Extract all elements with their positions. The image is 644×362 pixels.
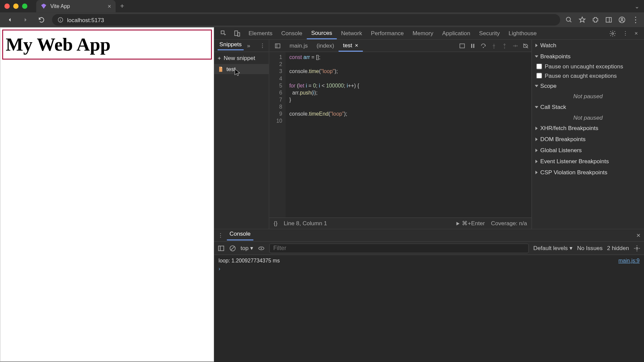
snippet-name: test (226, 66, 236, 72)
dom-breakpoints-section[interactable]: DOM Breakpoints (532, 134, 644, 145)
snippet-item-test[interactable]: test (214, 64, 269, 74)
step-into-icon[interactable] (491, 43, 497, 49)
extensions-icon[interactable] (592, 16, 599, 23)
page-heading: My Web App (2, 29, 212, 59)
new-tab-button[interactable]: + (120, 2, 124, 10)
context-select[interactable]: top ▾ (240, 245, 253, 251)
deactivate-breakpoints-icon[interactable] (523, 43, 529, 49)
window-close-button[interactable] (4, 4, 10, 9)
svg-point-7 (621, 18, 623, 20)
new-snippet-button[interactable]: + New snippet (214, 52, 269, 64)
svg-point-1 (60, 18, 61, 19)
settings-icon[interactable] (607, 30, 619, 37)
devtools-tab-elements[interactable]: Elements (244, 27, 277, 40)
log-levels-select[interactable]: Default levels ▾ (533, 245, 573, 251)
global-listeners-section[interactable]: Global Listeners (532, 145, 644, 156)
devtools-tab-sources[interactable]: Sources (307, 27, 336, 40)
svg-point-17 (483, 47, 484, 48)
step-out-icon[interactable] (501, 43, 507, 49)
navigator-menu-icon[interactable]: ⋮ (260, 42, 265, 49)
console-drawer: ⋮ Console × top ▾ Default levels ▾ No Is… (214, 229, 644, 362)
devtools-tab-memory[interactable]: Memory (408, 27, 438, 40)
console-tab[interactable]: Console (227, 230, 253, 240)
menu-icon[interactable]: ⋮ (632, 15, 640, 25)
pause-icon[interactable] (470, 43, 476, 49)
breakpoints-section[interactable]: Breakpoints (532, 51, 644, 62)
star-icon[interactable] (579, 16, 586, 23)
pretty-print-icon[interactable] (459, 43, 465, 49)
url-input[interactable]: localhost:5173 (52, 14, 560, 25)
svg-point-11 (612, 33, 614, 34)
browser-tab[interactable]: Vite App × (36, 0, 116, 12)
svg-rect-14 (460, 44, 465, 48)
svg-rect-12 (275, 44, 280, 48)
devtools-tab-performance[interactable]: Performance (367, 27, 408, 40)
more-tabs-icon[interactable]: » (247, 42, 250, 49)
inspect-icon[interactable] (218, 30, 230, 37)
close-file-icon[interactable]: × (355, 42, 358, 49)
forward-button[interactable] (20, 14, 31, 25)
page-viewport[interactable]: My Web App (0, 27, 214, 362)
console-menu-icon[interactable]: ⋮ (218, 232, 223, 239)
devtools-tab-security[interactable]: Security (475, 27, 504, 40)
step-icon[interactable] (512, 43, 518, 49)
more-icon[interactable]: ⋮ (620, 30, 631, 37)
console-source-link[interactable]: main.js:9 (619, 258, 640, 264)
watch-section[interactable]: Watch (532, 40, 644, 51)
svg-point-18 (493, 47, 494, 48)
devtools-tab-console[interactable]: Console (277, 27, 307, 40)
toggle-navigator-icon[interactable] (272, 43, 283, 49)
console-output[interactable]: loop: 1.200927734375 ms main.js:9 › (214, 255, 644, 362)
coverage-label[interactable]: Coverage: n/a (491, 220, 527, 227)
toggle-sidebar-icon[interactable] (218, 245, 225, 252)
console-filter-input[interactable] (269, 243, 529, 253)
back-button[interactable] (4, 14, 15, 25)
sidepanel-icon[interactable] (605, 16, 612, 23)
chevron-down-icon[interactable]: ⌄ (635, 3, 639, 10)
clear-console-icon[interactable] (229, 245, 236, 252)
reload-button[interactable] (36, 14, 47, 25)
devtools-panel: ElementsConsoleSourcesNetworkPerformance… (214, 27, 644, 362)
hidden-count[interactable]: 2 hidden (607, 245, 629, 251)
format-icon[interactable]: {} (274, 220, 277, 227)
live-expression-icon[interactable] (258, 245, 265, 252)
editor-tab[interactable]: test× (338, 40, 363, 52)
devtools-tab-lighthouse[interactable]: Lighthouse (504, 27, 541, 40)
svg-rect-2 (60, 19, 61, 21)
devtools-tab-network[interactable]: Network (337, 27, 367, 40)
issues-label[interactable]: No Issues (577, 245, 602, 251)
scope-section[interactable]: Scope (532, 80, 644, 92)
zoom-icon[interactable] (566, 16, 573, 23)
close-drawer-icon[interactable]: × (636, 231, 640, 239)
snippets-tab[interactable]: Snippets (218, 41, 244, 50)
window-minimize-button[interactable] (13, 4, 18, 9)
svg-rect-15 (471, 44, 472, 48)
window-maximize-button[interactable] (22, 4, 28, 9)
pause-uncaught-checkbox[interactable] (536, 64, 542, 69)
call-stack-section[interactable]: Call Stack (532, 102, 644, 113)
xhr-breakpoints-section[interactable]: XHR/fetch Breakpoints (532, 123, 644, 134)
svg-point-26 (261, 247, 262, 249)
console-message: loop: 1.200927734375 ms (218, 258, 280, 264)
close-devtools-icon[interactable]: × (632, 30, 641, 37)
sources-navigator: Snippets » ⋮ + New snippet test (214, 40, 269, 229)
debugger-sidebar: Watch Breakpoints Pause on uncaught exce… (531, 40, 644, 229)
editor-tab[interactable]: main.js (285, 40, 312, 52)
code-editor[interactable]: 12345678910 const arr = []; console.time… (269, 52, 532, 217)
cursor-position: Line 8, Column 1 (284, 220, 327, 227)
devtools-tab-application[interactable]: Application (438, 27, 475, 40)
pause-caught-checkbox[interactable] (536, 73, 542, 78)
editor-tab[interactable]: (index) (312, 40, 339, 52)
event-listener-breakpoints-section[interactable]: Event Listener Breakpoints (532, 156, 644, 167)
new-snippet-label: New snippet (224, 55, 255, 61)
svg-rect-10 (237, 33, 239, 36)
console-settings-icon[interactable] (633, 245, 640, 252)
site-info-icon[interactable] (57, 17, 63, 23)
close-tab-icon[interactable]: × (108, 3, 111, 10)
step-over-icon[interactable] (480, 43, 486, 49)
csp-breakpoints-section[interactable]: CSP Violation Breakpoints (532, 167, 644, 178)
console-prompt[interactable]: › (218, 264, 639, 274)
profile-icon[interactable] (619, 16, 626, 23)
run-snippet-button[interactable]: ⌘+Enter (455, 220, 485, 227)
device-icon[interactable] (231, 30, 243, 37)
